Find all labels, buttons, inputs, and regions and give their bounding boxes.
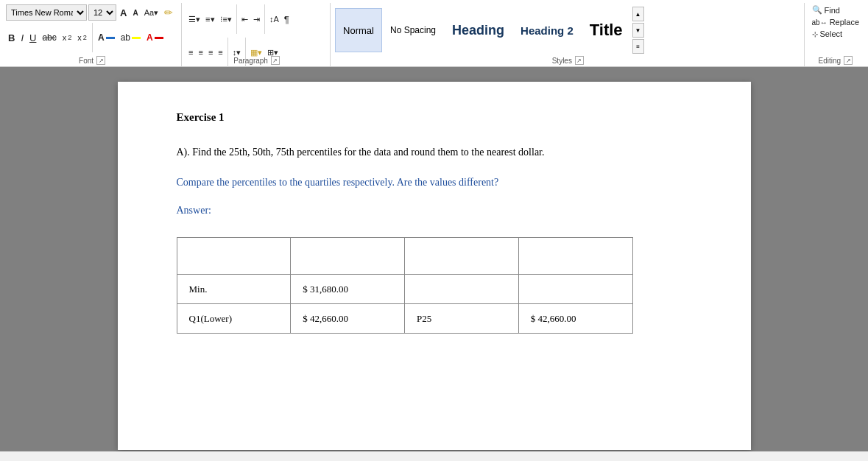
font-color-icon: A <box>98 32 105 43</box>
para-row1: ☰▾ ≡▾ ⁝≡▾ ⇤ ⇥ ↕A ¶ <box>186 4 292 34</box>
styles-launcher[interactable]: ↗ <box>575 56 584 65</box>
styles-items: Normal No Spacing Heading Heading 2 Titl… <box>335 4 800 56</box>
sep3 <box>264 4 265 34</box>
styles-group-label: Styles ↗ <box>332 56 803 65</box>
increase-indent-button[interactable]: ⇥ <box>251 13 262 26</box>
table-cell <box>518 238 632 275</box>
document-page: Exercise 1 A). Find the 25th, 50th, 75th… <box>118 82 751 450</box>
ribbon-row: Times New Roma 12 A A Aa▾ ✏ B I U abc x2… <box>0 0 868 66</box>
text-color-underline <box>155 37 163 39</box>
table-cell-p25-label: P25 <box>405 304 519 334</box>
highlight-icon: ab <box>121 32 130 43</box>
editing-launcher[interactable]: ↗ <box>844 56 853 65</box>
table-cell <box>518 275 632 304</box>
question-a[interactable]: A). Find the 25th, 50th, 75th percentile… <box>177 144 692 160</box>
show-marks-button[interactable]: ¶ <box>282 13 292 27</box>
editing-group-label: Editing ↗ <box>806 56 865 65</box>
grow-font-button[interactable]: A <box>118 6 129 20</box>
subscript-button[interactable]: x2 <box>60 32 74 43</box>
table-row: Q1(Lower) $ 42,660.00 P25 $ 42,660.00 <box>177 304 632 334</box>
find-button[interactable]: 🔍 Find <box>811 4 861 15</box>
numbering-button[interactable]: ≡▾ <box>203 13 216 26</box>
table-cell-value: $ 31,680.00 <box>291 275 405 304</box>
document-area: Exercise 1 A). Find the 25th, 50th, 75th… <box>0 67 868 451</box>
text-color-button[interactable]: A <box>144 31 166 44</box>
style-nospacing-label: No Spacing <box>390 25 436 35</box>
underline-button[interactable]: U <box>27 31 38 45</box>
style-nospacing[interactable]: No Spacing <box>382 8 444 52</box>
text-color-icon: A <box>147 32 153 43</box>
font-row2: B I U abc x2 x2 A ab A <box>6 23 166 52</box>
multilevel-button[interactable]: ⁝≡▾ <box>218 13 234 26</box>
style-heading1[interactable]: Heading <box>444 8 512 52</box>
style-title[interactable]: Title <box>582 8 631 52</box>
table-cell <box>177 238 291 275</box>
strikethrough-button[interactable]: abc <box>40 31 58 44</box>
font-row1: Times New Roma 12 A A Aa▾ ✏ <box>6 4 175 21</box>
replace-button[interactable]: ab↔ Replace <box>811 17 861 27</box>
table-cell-q1-value: $ 42,660.00 <box>291 304 405 334</box>
style-heading2[interactable]: Heading 2 <box>512 8 582 52</box>
table-cell-label: Min. <box>177 275 291 304</box>
para-tools: ☰▾ ≡▾ ⁝≡▾ ⇤ ⇥ ↕A ¶ ≡ ≡ ≡ ≡ ↕▾ <box>186 4 292 77</box>
styles-group: Normal No Spacing Heading Heading 2 Titl… <box>332 3 804 66</box>
table-cell <box>405 275 519 304</box>
data-table: Min. $ 31,680.00 Q1(Lower) $ 42,660.00 P… <box>177 237 633 334</box>
style-heading1-label: Heading <box>452 23 504 38</box>
paragraph-group: ☰▾ ≡▾ ⁝≡▾ ⇤ ⇥ ↕A ¶ ≡ ≡ ≡ ≡ ↕▾ <box>183 3 331 66</box>
table-row <box>177 238 632 275</box>
style-normal[interactable]: Normal <box>335 8 382 52</box>
font-name-select[interactable]: Times New Roma <box>6 4 87 21</box>
format-painter-button[interactable]: ✏ <box>162 5 175 20</box>
sort-button[interactable]: ↕A <box>267 13 281 25</box>
styles-more-button[interactable]: ≡ <box>632 39 644 54</box>
select-icon: ⊹ <box>812 30 818 38</box>
table-cell <box>291 238 405 275</box>
table-cell-p25-value: $ 42,660.00 <box>518 304 632 334</box>
separator <box>92 23 93 52</box>
sep2 <box>236 4 237 34</box>
styles-scroll: ▲ ▼ ≡ <box>632 7 644 54</box>
find-icon: 🔍 <box>812 5 822 15</box>
font-color-underline <box>106 37 115 39</box>
font-launcher[interactable]: ↗ <box>96 56 105 65</box>
select-button[interactable]: ⊹ Select <box>811 29 861 39</box>
styles-scroll-down[interactable]: ▼ <box>632 23 644 38</box>
superscript-button[interactable]: x2 <box>75 32 89 43</box>
highlight-underline <box>132 37 141 39</box>
styles-scroll-up[interactable]: ▲ <box>632 7 644 21</box>
bullets-button[interactable]: ☰▾ <box>186 13 202 26</box>
replace-icon: ab↔ <box>812 18 828 27</box>
editing-group: 🔍 Find ab↔ Replace ⊹ Select Editing ↗ <box>806 3 865 66</box>
highlight-button[interactable]: ab <box>119 31 143 44</box>
table-cell <box>405 238 519 275</box>
editing-tools: 🔍 Find ab↔ Replace ⊹ Select <box>811 4 861 39</box>
change-case-button[interactable]: Aa▾ <box>142 7 160 19</box>
answer-label: Answer: <box>177 205 692 217</box>
font-size-select[interactable]: 12 <box>88 4 116 21</box>
style-normal-label: Normal <box>343 25 374 36</box>
paragraph-launcher[interactable]: ↗ <box>271 56 280 65</box>
paragraph-group-label: Paragraph ↗ <box>183 56 330 65</box>
ribbon: Times New Roma 12 A A Aa▾ ✏ B I U abc x2… <box>0 0 868 67</box>
table-row: Min. $ 31,680.00 <box>177 275 632 304</box>
font-group: Times New Roma 12 A A Aa▾ ✏ B I U abc x2… <box>3 3 182 66</box>
style-heading2-label: Heading 2 <box>521 24 574 37</box>
decrease-indent-button[interactable]: ⇤ <box>239 13 250 26</box>
table-cell-q1-label: Q1(Lower) <box>177 304 291 334</box>
question-b[interactable]: Compare the percentiles to the quartiles… <box>177 175 692 190</box>
style-title-label: Title <box>590 21 623 40</box>
font-color-button[interactable]: A <box>96 31 117 44</box>
font-group-label: Font ↗ <box>3 56 181 65</box>
shrink-font-button[interactable]: A <box>130 7 140 18</box>
document-heading: Exercise 1 <box>177 111 692 124</box>
bold-button[interactable]: B <box>6 31 17 45</box>
italic-button[interactable]: I <box>18 31 26 45</box>
strikethrough-icon: abc <box>42 32 56 43</box>
